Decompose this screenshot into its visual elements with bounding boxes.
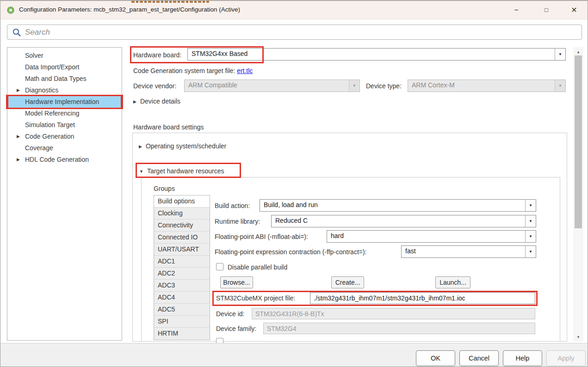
target-file-label: Code Generation system target file: (133, 67, 235, 74)
hardware-board-settings-title: Hardware board settings (133, 122, 204, 132)
build-action-combobox[interactable]: Build, load and run ▼ (260, 199, 536, 212)
scroll-down-icon[interactable]: ▼ (573, 333, 583, 341)
target-file-row: Code Generation system target file: ert.… (133, 66, 253, 76)
runtime-library-label: Runtime library: (215, 216, 260, 226)
device-type-value: ARM Cortex-M (412, 81, 455, 89)
sidebar-item-code-generation[interactable]: ▶Code Generation (7, 131, 122, 142)
minimize-button[interactable]: − (506, 1, 527, 19)
device-type-label: Device type: (366, 81, 402, 91)
dropdown-arrow-icon[interactable]: ▼ (525, 246, 536, 257)
device-vendor-label: Device vendor: (133, 81, 176, 91)
title-bar: Configuration Parameters: mcb_stm32_para… (0, 1, 588, 19)
float-abi-value: hard (331, 232, 344, 239)
dropdown-arrow-icon: ▼ (349, 80, 359, 92)
maximize-icon: □ (545, 6, 548, 13)
simulink-gear-icon (6, 6, 15, 14)
search-box (7, 24, 582, 40)
footer-bar: OK Cancel Help Apply (0, 343, 588, 367)
hardware-board-label: Hardware board: (133, 50, 181, 60)
sidebar-tree: Solver Data Import/Export Math and Data … (7, 47, 122, 341)
sidebar-item-hdl-code-generation[interactable]: ▶HDL Code Generation (7, 154, 122, 165)
group-item-adc4[interactable]: ADC4 (154, 292, 210, 304)
runtime-library-combobox[interactable]: Reduced C ▼ (271, 215, 536, 227)
group-item-adc2[interactable]: ADC2 (154, 268, 210, 280)
close-icon: ✕ (571, 6, 577, 14)
close-button[interactable]: ✕ (563, 1, 585, 19)
sidebar-item-diagnostics[interactable]: ▶Diagnostics (7, 85, 122, 96)
disable-parallel-build-label: Disable parallel build (228, 262, 287, 272)
ert-tlc-link[interactable]: ert.tlc (237, 67, 253, 74)
background-page-artifact (131, 1, 209, 3)
group-item-hrtim[interactable]: HRTIM (154, 328, 210, 340)
dropdown-arrow-icon[interactable]: ▼ (525, 231, 536, 242)
minimize-icon: − (514, 6, 518, 14)
chevron-down-icon: ▼ (139, 169, 143, 174)
window-title: Configuration Parameters: mcb_stm32_para… (19, 6, 240, 13)
device-details-disclosure[interactable]: ▶Device details (133, 97, 180, 106)
search-input[interactable] (25, 26, 576, 38)
cancel-button[interactable]: Cancel (459, 350, 499, 366)
group-item-connectivity[interactable]: Connectivity (154, 220, 210, 232)
dropdown-arrow-icon: ▼ (555, 80, 565, 92)
groups-label: Groups (154, 184, 175, 194)
launch-button[interactable]: Launch... (435, 276, 470, 288)
vertical-scrollbar[interactable]: ▲ ▼ (573, 47, 583, 342)
ffp-contract-combobox[interactable]: fast ▼ (401, 245, 536, 258)
scroll-up-icon[interactable]: ▲ (573, 48, 583, 55)
sidebar-item-hardware-implementation[interactable]: Hardware Implementation (7, 96, 122, 108)
chevron-right-icon: ▶ (17, 85, 20, 96)
dropdown-arrow-icon[interactable]: ▼ (555, 49, 565, 60)
sidebar-item-math-and-data-types[interactable]: Math and Data Types (7, 73, 122, 85)
disable-parallel-build-checkbox[interactable] (216, 263, 223, 270)
build-action-value: Build, load and run (264, 201, 318, 208)
chevron-right-icon: ▶ (139, 144, 142, 149)
os-scheduler-disclosure[interactable]: ▶Operating system/scheduler (139, 141, 226, 151)
group-item-clocking[interactable]: Clocking (154, 208, 210, 220)
sidebar-item-solver[interactable]: Solver (7, 50, 122, 61)
target-hardware-resources-label: Target hardware resources (147, 167, 224, 175)
group-item-adc1[interactable]: ADC1 (154, 256, 210, 268)
group-item-uart-usart[interactable]: UART/USART (154, 244, 210, 256)
device-id-label: Device id: (216, 309, 244, 319)
maximize-button[interactable]: □ (536, 1, 557, 19)
float-abi-combobox[interactable]: hard ▼ (327, 230, 536, 243)
device-family-label: Device family: (216, 324, 256, 334)
dropdown-arrow-icon[interactable]: ▼ (525, 215, 536, 227)
device-details-label: Device details (140, 98, 180, 105)
group-item-spi[interactable]: SPI (154, 316, 210, 328)
sidebar-item-model-referencing[interactable]: Model Referencing (7, 108, 122, 119)
sidebar-item-label: Code Generation (25, 133, 74, 140)
cubemx-project-file-input[interactable]: ./stm32g431rb_ihm07m1/stm32g431rb_ihm07m… (310, 292, 535, 304)
sidebar-item-simulation-target[interactable]: Simulation Target (7, 119, 122, 131)
help-button[interactable]: Help (503, 350, 542, 366)
ok-button[interactable]: OK (416, 350, 455, 366)
scrollbar-thumb[interactable] (575, 55, 582, 228)
sidebar-item-data-import-export[interactable]: Data Import/Export (7, 61, 122, 73)
hardware-board-combobox[interactable]: STM32G4xx Based ▼ (187, 48, 566, 61)
browse-button[interactable]: Browse... (220, 276, 253, 288)
apply-button: Apply (546, 350, 586, 366)
sidebar-item-label: HDL Code Generation (25, 156, 89, 163)
ffp-contract-value: fast (405, 247, 416, 255)
chevron-right-icon: ▶ (17, 131, 20, 142)
runtime-library-value: Reduced C (275, 217, 308, 224)
chevron-right-icon: ▶ (133, 99, 136, 104)
sidebar-item-label: Diagnostics (25, 86, 58, 94)
ffp-contract-label: Floating-point expression contraction (-… (215, 247, 367, 257)
chevron-right-icon: ▶ (17, 154, 20, 165)
group-item-build-options[interactable]: Build options (154, 196, 210, 208)
device-vendor-value: ARM Compatible (188, 81, 237, 89)
group-item-connected-io[interactable]: Connected IO (154, 232, 210, 244)
dropdown-arrow-icon[interactable]: ▼ (525, 200, 536, 211)
build-action-label: Build action: (215, 201, 250, 211)
os-scheduler-label: Operating system/scheduler (146, 142, 226, 150)
sidebar-item-coverage[interactable]: Coverage (7, 142, 122, 154)
create-button[interactable]: Create... (331, 276, 364, 288)
search-icon (12, 28, 21, 37)
group-item-adc3[interactable]: ADC3 (154, 280, 210, 292)
group-item-adc5[interactable]: ADC5 (154, 304, 210, 316)
target-hardware-resources-disclosure[interactable]: ▼Target hardware resources (139, 166, 224, 176)
configuration-parameters-window: Configuration Parameters: mcb_stm32_para… (0, 0, 588, 367)
groups-list: Build options Clocking Connectivity Conn… (154, 195, 210, 340)
device-vendor-combobox: ARM Compatible ▼ (184, 80, 360, 92)
